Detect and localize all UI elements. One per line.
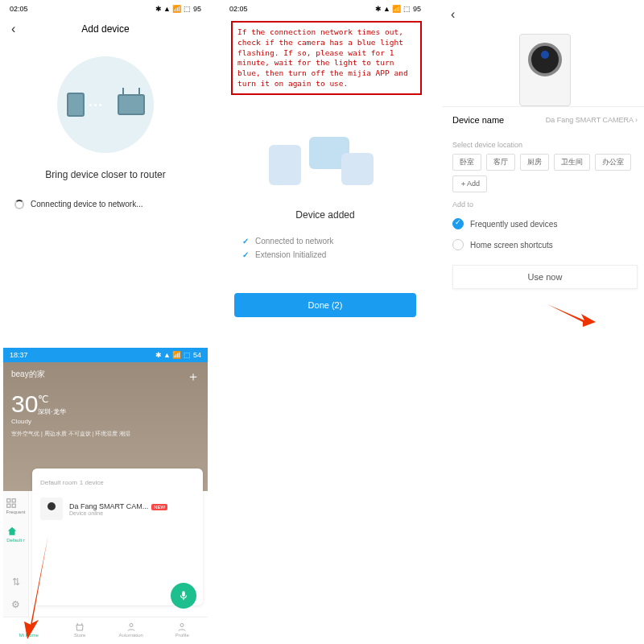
back-icon[interactable]: ‹ [451,7,455,22]
opt-home-shortcut[interactable]: Home screen shortcuts [443,234,644,255]
room-title: Default room 1 device [40,477,195,486]
tab-mihome[interactable]: Mi Home [3,617,55,642]
dots-icon [89,104,101,106]
svg-rect-2 [7,499,10,502]
home-name[interactable]: beay的家 [11,369,45,386]
env-metrics: 室外空气优 | 周边水质 不可直饮 | 环境湿度 潮湿 [11,430,200,438]
svg-point-6 [130,624,133,627]
room-chip-add[interactable]: ＋Add [452,175,487,192]
tab-automation[interactable]: Automation [105,617,157,642]
side-sort-icon[interactable]: ⇅ [12,576,20,588]
add-icon[interactable]: ＋ [187,369,200,386]
room-chip[interactable]: 卧室 [452,154,481,171]
warning-overlay: If the connection network times out, che… [231,21,422,95]
status-bar: 18:37 ✱ ▲ 📶 ⬚ 54 [3,348,208,362]
status-icons: ✱ ▲ 📶 ⬚ 95 [375,5,421,13]
location-label: Select device location [443,133,644,154]
room-chip[interactable]: 厨房 [520,154,549,171]
tab-store[interactable]: Store [55,617,106,642]
svg-rect-3 [13,499,16,502]
connecting-illustration [57,56,154,153]
success-illustration [261,121,390,193]
status-icons: ✱ ▲ 📶 ⬚ 54 [155,351,201,359]
voice-fab[interactable] [171,583,196,609]
status-line: Connecting device to network... [14,200,196,209]
back-icon[interactable]: ‹ [11,22,15,36]
screen-connecting: 02:05 ✱ ▲ 📶 ⬚ 95 ‹ Add device Bring devi… [3,2,208,346]
radio-on-icon [452,218,464,229]
status-time: 02:05 [229,5,248,13]
room-chip[interactable]: 客厅 [486,154,515,171]
room-chip[interactable]: 办公室 [595,154,631,171]
status-time: 02:05 [10,5,28,13]
heading: Device added [223,209,427,221]
city: 深圳·龙华 [38,408,65,415]
room-chips: 卧室 客厅 厨房 卫生间 办公室 ＋Add [443,154,644,192]
screen-added: 02:05 ✱ ▲ 📶 ⬚ 95 ‹ Add device If the con… [223,2,427,369]
device-thumb [40,497,63,520]
side-nav: Frequent Default r ⇅ ⚙ [3,491,29,617]
screen-configure: ‹ Device name Da Fang SMART CAMERA › Sel… [443,2,644,364]
temperature: 30℃深圳·龙华 [11,390,200,418]
title-bar: ‹ [443,2,644,27]
router-icon [118,94,145,115]
device-name-row[interactable]: Device name Da Fang SMART CAMERA › [443,106,644,133]
title-bar: ‹ Add device [3,16,208,42]
side-settings-icon[interactable]: ⚙ [11,599,20,610]
device-row[interactable]: Da Fang SMART CAM...NEW Device online [40,497,195,520]
device-name-label: Device name [452,115,504,125]
heading: Bring device closer to router [3,169,208,180]
tab-profile[interactable]: Profile [157,617,208,642]
screen-home: 18:37 ✱ ▲ 📶 ⬚ 54 beay的家＋ 30℃深圳·龙华 Cloudy… [3,348,208,642]
camera-image [519,34,571,106]
svg-rect-4 [7,504,10,507]
new-badge: NEW [151,504,167,510]
screen-title: Add device [81,23,129,35]
device-status: Device online [69,510,167,516]
tab-bar: Mi Home Store Automation Profile [3,617,208,642]
weather: Cloudy [11,418,200,425]
svg-rect-5 [13,504,16,507]
done-button[interactable]: Done (2) [234,293,416,317]
status-bar: 02:05 ✱ ▲ 📶 ⬚ 95 [223,2,427,16]
radio-off-icon [452,239,464,250]
status-icons: ✱ ▲ 📶 ⬚ 95 [155,5,201,13]
side-default[interactable]: Default r [6,526,25,543]
svg-point-7 [180,624,184,627]
status-time: 18:37 [10,351,28,359]
room-chip[interactable]: 卫生间 [554,154,590,171]
opt-frequently-used[interactable]: Frequently used devices [443,213,644,234]
check-network: Connected to network [242,237,408,246]
check-extension: Extension Initialized [242,250,408,259]
use-now-button[interactable]: Use now [452,265,638,289]
side-frequent[interactable]: Frequent [6,497,25,514]
spinner-icon [14,200,24,209]
add-to-label: Add to [443,192,644,213]
device-icon [67,93,85,117]
status-bar: 02:05 ✱ ▲ 📶 ⬚ 95 [3,2,208,16]
